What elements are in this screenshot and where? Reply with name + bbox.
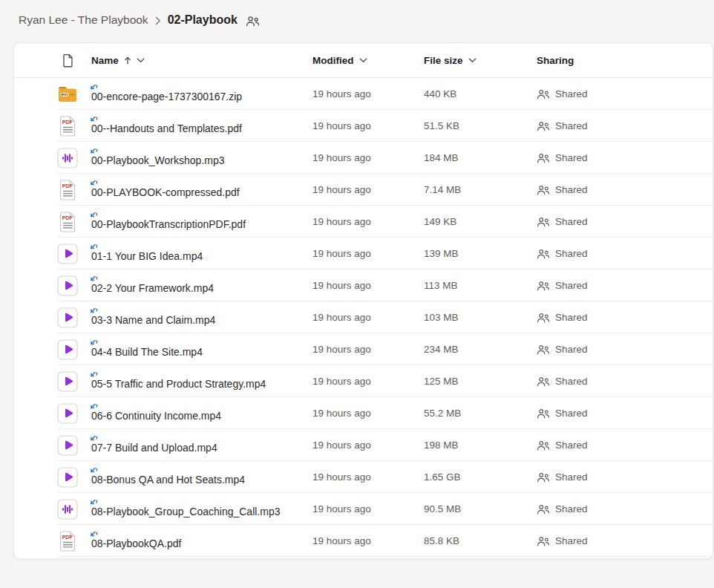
mp4-file-icon [57,435,78,456]
modified-value: 19 hours ago [312,184,424,195]
breadcrumb-parent-link[interactable]: Ryan Lee - The Playbook [19,13,148,27]
file-size-value: 90.5 MB [424,503,537,514]
sharing-status[interactable]: Shared [537,471,713,483]
file-name[interactable]: 03-3 Name and Claim.mp4 [91,314,215,326]
file-row[interactable]: 00-Playbook_Workshop.mp3 19 hours ago 18… [14,142,713,174]
svg-text:PDF: PDF [62,215,72,220]
people-icon [537,408,550,419]
new-badge-icon [88,276,98,284]
sharing-status[interactable]: Shared [537,503,713,514]
file-name[interactable]: 08-Bonus QA and Hot Seats.mp4 [91,474,245,486]
sharing-status[interactable]: Shared [537,120,713,131]
file-name[interactable]: 00-encore-page-1737300167.zip [91,91,242,102]
sharing-status[interactable]: Shared [537,88,713,99]
file-size-value: 7.14 MB [424,184,537,195]
file-row[interactable]: 03-3 Name and Claim.mp4 19 hours ago 103… [14,301,713,333]
file-name[interactable]: 06-6 Continuity Income.mp4 [91,410,221,422]
sharing-status[interactable]: Shared [537,248,713,259]
sharing-label: Shared [555,376,588,387]
new-badge-icon [88,404,98,412]
file-name[interactable]: 07-7 Build and Upload.mp4 [91,442,217,454]
file-row[interactable]: 01-1 Your BIG Idea.mp4 19 hours ago 139 … [14,238,713,270]
file-name[interactable]: 00-PlaybookTranscriptionPDF.pdf [91,218,246,230]
file-name[interactable]: 00--Handouts and Templates.pdf [91,122,242,134]
video-file-glyph [57,467,78,488]
modified-value: 19 hours ago [312,152,424,163]
file-row[interactable]: 07-7 Build and Upload.mp4 19 hours ago 1… [14,429,713,461]
sharing-label: Shared [555,408,588,419]
sharing-label: Shared [555,88,588,99]
sharing-status[interactable]: Shared [537,152,713,163]
mp4-file-icon [57,467,78,488]
audio-file-glyph [57,148,78,169]
new-badge-icon [88,244,98,252]
column-header-modified[interactable]: Modified [312,55,424,66]
file-name[interactable]: 01-1 Your BIG Idea.mp4 [91,250,203,262]
file-size-value: 51.5 KB [424,120,537,131]
sharing-status[interactable]: Shared [537,440,713,451]
table-header: Name Modified File size Sharing [14,43,713,78]
file-row[interactable]: 00-encore-page-1737300167.zip 19 hours a… [14,78,713,110]
sharing-status[interactable]: Shared [537,280,713,291]
file-row[interactable]: 05-5 Traffic and Product Strategy.mp4 19… [14,365,713,397]
pdf-file-icon: PDF [57,531,78,552]
people-icon [537,536,550,546]
pdf-file-icon: PDF [57,180,78,200]
modified-value: 19 hours ago [312,471,424,483]
file-name[interactable]: 05-5 Traffic and Product Strategy.mp4 [91,378,266,390]
modified-value: 19 hours ago [312,216,424,227]
pdf-file-icon: PDF [57,116,78,137]
sharing-status[interactable]: Shared [537,184,713,195]
new-badge-icon [88,500,98,508]
svg-text:PDF: PDF [62,535,72,540]
people-icon [537,504,550,514]
mp4-file-icon [57,244,78,264]
file-row[interactable]: PDF 00--Handouts and Templates.pdf 19 ho… [14,110,713,142]
file-row[interactable]: 02-2 Your Framework.mp4 19 hours ago 113… [14,270,713,301]
file-name[interactable]: 08-Playbook_Group_Coaching_Call.mp3 [91,506,281,517]
modified-value: 19 hours ago [312,344,424,355]
video-file-glyph [57,339,78,360]
sharing-label: Shared [555,184,588,195]
mp3-file-icon [57,499,78,520]
file-row[interactable]: 04-4 Build The Site.mp4 19 hours ago 234… [14,333,713,365]
file-size-value: 198 MB [424,440,537,451]
sharing-status[interactable]: Shared [537,216,713,227]
file-row[interactable]: 06-6 Continuity Income.mp4 19 hours ago … [14,397,713,429]
file-row[interactable]: PDF 00-PLAYBOOK-compressed.pdf 19 hours … [14,174,713,206]
file-name[interactable]: 00-Playbook_Workshop.mp3 [91,154,225,166]
sharing-label: Shared [555,344,588,355]
file-row[interactable]: 08-Playbook_Group_Coaching_Call.mp3 19 h… [14,493,713,525]
column-sharing-label: Sharing [537,55,574,66]
modified-value: 19 hours ago [312,535,424,546]
column-header-sharing[interactable]: Sharing [537,55,713,66]
pdf-file-glyph: PDF [59,116,76,137]
svg-text:PDF: PDF [62,183,72,189]
column-header-file-size[interactable]: File size [424,55,537,66]
chevron-down-icon [468,58,476,63]
sharing-label: Shared [555,440,588,451]
file-row[interactable]: PDF 00-PlaybookTranscriptionPDF.pdf 19 h… [14,206,713,238]
sharing-status[interactable]: Shared [537,344,713,355]
file-name[interactable]: 08-PlaybookQA.pdf [91,538,181,549]
sharing-label: Shared [555,280,588,291]
file-row[interactable]: PDF 08-PlaybookQA.pdf 19 hours ago 85.8 … [14,525,713,557]
file-name[interactable]: 02-2 Your Framework.mp4 [91,282,214,294]
new-badge-icon [88,468,98,476]
sharing-status[interactable]: Shared [537,535,713,546]
file-name[interactable]: 00-PLAYBOOK-compressed.pdf [91,186,240,198]
audio-file-glyph [57,499,78,520]
sharing-status[interactable]: Shared [537,408,713,419]
sharing-status[interactable]: Shared [537,312,713,323]
column-header-name[interactable]: Name [78,55,312,66]
sharing-status[interactable]: Shared [537,376,713,387]
shared-library-people-icon[interactable] [246,16,260,27]
file-row[interactable]: 08-Bonus QA and Hot Seats.mp4 19 hours a… [14,461,713,493]
file-name[interactable]: 04-4 Build The Site.mp4 [91,346,203,358]
people-icon [537,440,550,451]
modified-value: 19 hours ago [312,503,424,514]
new-badge-icon [88,532,98,540]
video-file-glyph [57,244,78,264]
file-type-column-header[interactable] [57,53,78,68]
modified-value: 19 hours ago [312,376,424,387]
